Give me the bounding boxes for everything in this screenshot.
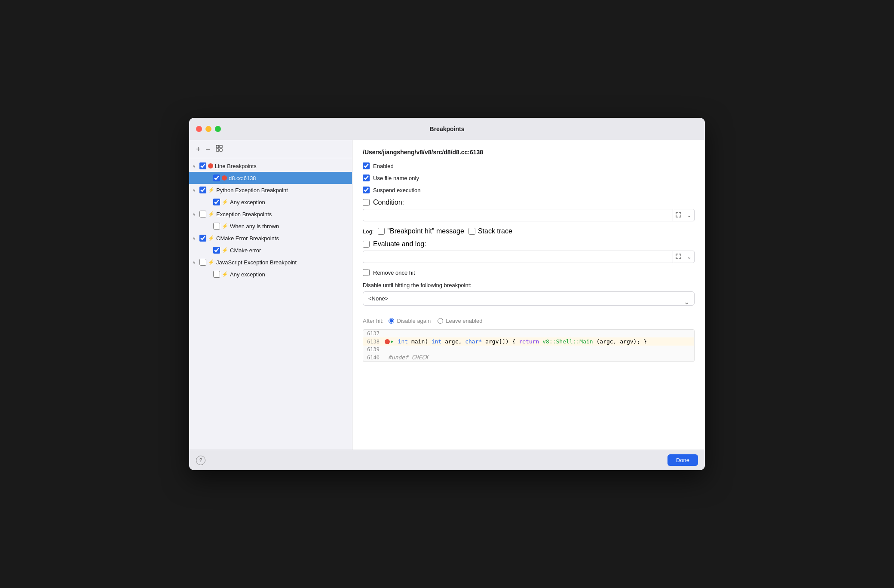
log-label: Log: [363,228,374,235]
help-button[interactable]: ? [196,456,205,465]
use-file-name-only-checkbox[interactable] [363,175,370,181]
remove-once-hit-label[interactable]: Remove once hit [373,270,415,276]
chevron-icon: ∨ [193,164,199,168]
lightning-icon: ⚡ [222,199,228,205]
condition-field-actions: ⌄ [673,209,694,221]
code-line-6140: 6140 #undef CHECK [363,353,694,361]
python-exception-checkbox[interactable] [199,187,206,193]
footer: ? Done [189,450,705,470]
enabled-checkbox[interactable] [363,162,370,169]
group-breakpoints-button[interactable] [214,144,225,154]
evaluate-and-log-checkbox[interactable] [363,241,370,248]
suspend-execution-label[interactable]: Suspend execution [373,187,421,193]
dropdown-evaluate-log-button[interactable]: ⌄ [684,252,694,262]
evaluate-log-field-row: ⌄ [363,251,695,263]
exception-breakpoints-checkbox[interactable] [199,211,206,217]
code-line-6138: 6138 ▶ int main( int argc, char* argv[])… [363,337,694,346]
js-exception-breakpoints-checkbox[interactable] [199,259,206,266]
traffic-lights [196,126,221,132]
keyword-return: return [519,338,542,345]
python-any-exception-checkbox[interactable] [213,199,220,205]
keyword: char* [465,338,482,345]
tree-item-d8cc6138[interactable]: d8.cc:6138 [189,172,352,184]
suspend-execution-row: Suspend execution [363,187,695,193]
chevron-icon: ∨ [193,188,199,193]
lightning-icon: ⚡ [222,223,228,229]
suspend-execution-checkbox[interactable] [363,187,370,193]
call-args: (argc, argv); } [596,338,646,345]
cmake-error-label: CMake error [230,247,261,254]
remove-once-hit-row: Remove once hit [363,269,695,276]
maximize-button[interactable] [215,126,221,132]
disable-again-radio[interactable] [389,318,394,324]
condition-checkbox[interactable] [363,199,370,206]
stack-trace-checkbox[interactable] [468,228,475,235]
enabled-row: Enabled [363,162,695,169]
condition-label[interactable]: Condition: [373,199,404,206]
code-preview: 6137 6138 ▶ int main( int argc, char* [363,329,695,362]
enabled-label[interactable]: Enabled [373,163,394,169]
cmake-error-breakpoints-label: CMake Error Breakpoints [216,235,279,242]
leave-enabled-label[interactable]: Leave enabled [446,318,482,324]
remove-once-hit-checkbox[interactable] [363,269,370,276]
chevron-icon: ∨ [193,212,199,217]
cmake-error-breakpoints-checkbox[interactable] [199,235,206,242]
lightning-icon: ⚡ [222,271,228,277]
chevron-icon: ∨ [193,260,199,265]
js-any-exception-checkbox[interactable] [213,271,220,278]
tree-item-python-any-exception[interactable]: ⚡ Any exception [189,196,352,208]
left-panel: + − ∨ Line Breakpoints [189,140,352,450]
python-exception-label: Python Exception Breakpoint [216,187,288,193]
close-button[interactable] [196,126,202,132]
stack-trace-label[interactable]: Stack trace [478,227,512,235]
disable-until-row: Disable until hitting the following brea… [363,281,695,289]
condition-field-row: ⌄ [363,209,695,221]
line-content: int main( int argc, char* argv[]) { retu… [395,338,694,345]
disable-until-select-wrapper: <None> [363,291,695,312]
after-hit-radio-group: Disable again Leave enabled [389,318,482,324]
disable-again-label[interactable]: Disable again [397,318,431,324]
disable-until-select[interactable]: <None> [363,291,695,306]
log-row: Log: "Breakpoint hit" message Stack trac… [363,227,695,235]
disable-again-option: Disable again [389,318,431,324]
after-hit-row: After hit: Disable again Leave enabled [363,318,695,324]
add-breakpoint-button[interactable]: + [194,144,202,154]
svg-rect-2 [216,149,219,151]
evaluate-log-input[interactable] [363,251,673,263]
minimize-button[interactable] [205,126,211,132]
cmake-error-checkbox[interactable] [213,247,220,254]
expand-evaluate-log-button[interactable] [673,252,684,262]
condition-row: Condition: [363,199,695,206]
breakpoint-hit-checkbox[interactable] [378,228,385,235]
lightning-icon: ⚡ [208,259,214,265]
use-file-name-only-label[interactable]: Use file name only [373,175,419,181]
tree-item-exception-breakpoints[interactable]: ∨ ⚡ Exception Breakpoints [189,208,352,220]
keyword: int [432,338,445,345]
breakpoint-indicator-icon [385,339,390,344]
right-panel: /Users/jiangsheng/v8/v8/src/d8/d8.cc:613… [352,140,705,450]
breakpoint-hit-label[interactable]: "Breakpoint hit" message [387,227,464,235]
line-breakpoints-checkbox[interactable] [199,162,206,169]
tree-item-cmake-error-breakpoints[interactable]: ∨ ⚡ CMake Error Breakpoints [189,232,352,244]
done-button[interactable]: Done [667,454,698,466]
chevron-icon: ∨ [193,236,199,241]
dropdown-condition-button[interactable]: ⌄ [684,210,694,220]
tree-item-js-any-exception[interactable]: ⚡ Any exception [189,268,352,280]
condition-input[interactable] [363,209,673,221]
when-any-thrown-checkbox[interactable] [213,223,220,230]
d8cc6138-checkbox[interactable] [213,175,220,181]
remove-breakpoint-button[interactable]: − [204,144,212,154]
tree-item-js-exception-breakpoints[interactable]: ∨ ⚡ JavaScript Exception Breakpoint [189,256,352,268]
lightning-icon: ⚡ [208,211,214,217]
d8cc6138-label: d8.cc:6138 [229,175,256,181]
tree-item-cmake-error[interactable]: ⚡ CMake error [189,244,352,256]
line-number: 6139 [363,346,385,352]
tree-item-when-any-thrown[interactable]: ⚡ When any is thrown [189,220,352,232]
spacer [206,248,213,253]
tree-item-line-breakpoints[interactable]: ∨ Line Breakpoints [189,160,352,172]
evaluate-and-log-label[interactable]: Evaluate and log: [373,240,426,248]
leave-enabled-radio[interactable] [438,318,443,324]
tree-item-python-exception[interactable]: ∨ ⚡ Python Exception Breakpoint [189,184,352,196]
expand-condition-button[interactable] [673,210,684,220]
line-number: 6138 [363,339,385,345]
